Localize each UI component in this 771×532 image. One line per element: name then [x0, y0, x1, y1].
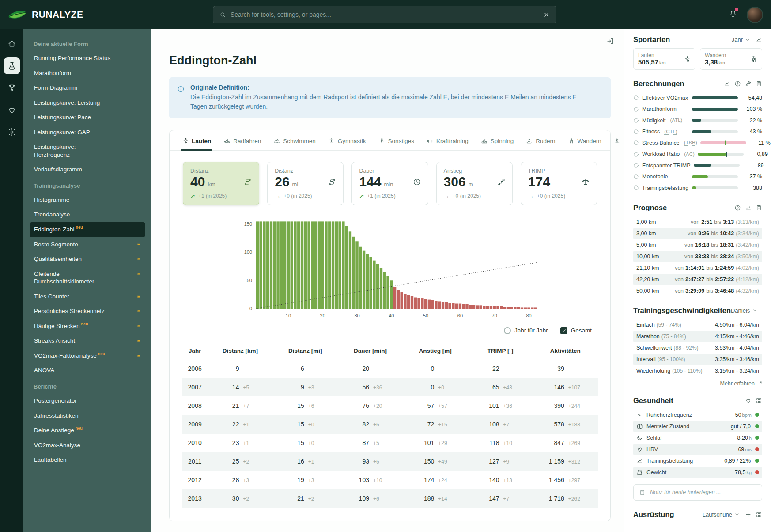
sidebar-item-label: Postergenerator [34, 397, 77, 405]
hike-icon [750, 55, 757, 63]
tab-schwimmen[interactable]: Schwimmen [272, 132, 317, 151]
tab-rudern[interactable]: Rudern [525, 132, 556, 151]
gesamt-option[interactable]: Gesamt [560, 327, 592, 334]
note-input[interactable]: Notiz für heute hinterlegen ... [633, 484, 762, 501]
sidebar-item-qualit-tseinheiten[interactable]: Qualitätseinheiten [30, 252, 145, 267]
hike-icon [568, 138, 574, 144]
cell-value: 65 [479, 384, 499, 391]
tab-radfahren[interactable]: Radfahren [223, 132, 262, 151]
svg-text:20: 20 [320, 313, 325, 318]
mehr-erfahren-link[interactable]: Mehr erfahren [633, 381, 762, 387]
sidebar-item-lauftabellen[interactable]: Lauftabellen [30, 453, 145, 468]
berechnung-bar [692, 175, 738, 178]
tab-laufen[interactable]: Laufen [181, 132, 212, 151]
row-info-icon[interactable] [633, 117, 639, 123]
sidebar-item-pers-nliches-streckennetz[interactable]: Persönliches Streckennetz [30, 304, 145, 319]
row-info-icon[interactable] [633, 174, 639, 180]
sidebar-item-streaks-ansicht[interactable]: Streaks Ansicht [30, 333, 145, 348]
sidebar-item-tiles-counter[interactable]: Tiles Counter [30, 289, 145, 304]
cell-value: 847 [544, 439, 564, 446]
cell-value: 147 [479, 495, 499, 502]
rail-item-heart[interactable] [4, 102, 20, 118]
rail-item-flask[interactable] [4, 57, 20, 74]
cell-value: 127 [479, 458, 499, 465]
rail-item-home[interactable] [4, 35, 20, 52]
help-icon[interactable] [734, 80, 741, 87]
berechnung-value: 11 % [749, 140, 771, 146]
row-info-icon[interactable] [633, 129, 639, 135]
row-info-icon[interactable] [633, 185, 639, 191]
wrench-icon[interactable] [745, 80, 752, 87]
collapse-panel-icon[interactable] [606, 37, 614, 45]
sidebar-item-histogramme[interactable]: Histogramme [30, 192, 145, 208]
row-info-icon[interactable] [633, 151, 639, 157]
sidebar-item-eddington-zahl[interactable]: Eddington-Zahlneu [30, 222, 145, 237]
rail-item-trophy[interactable] [4, 79, 20, 96]
calculator-icon[interactable] [756, 80, 762, 87]
chart-icon[interactable] [724, 80, 730, 87]
sidebar-item-leistungskurve-leistung[interactable]: Leistungskurve: Leistung [30, 95, 145, 110]
row-info-icon[interactable] [633, 95, 639, 101]
von-label: von [684, 253, 693, 260]
prognose-time-from: 2:51 [701, 219, 712, 225]
sidebar-item-leistungskurve-gap[interactable]: Leistungskurve: GAP [30, 125, 145, 140]
sidebar-item-form-diagramm[interactable]: Form-Diagramm [30, 80, 145, 95]
status-dot-red [755, 470, 759, 474]
sidebar-item-running-performance-status[interactable]: Running Performance Status [30, 51, 145, 66]
cell-value: 93 [349, 458, 369, 465]
row-info-icon[interactable] [633, 162, 639, 168]
grid-icon[interactable] [756, 397, 762, 404]
stat-delta-text: +1 (in 2025) [367, 193, 395, 199]
search-input[interactable] [231, 11, 539, 18]
tab-spinning[interactable]: Spinning [480, 132, 515, 151]
sidebar-item-leistungskurve-herzfrequenz[interactable]: Leistungskurve: Herzfrequenz [30, 140, 145, 162]
health-label: Gewicht [646, 469, 666, 475]
health-row-mentaler-zustand: Mentaler Zustandgut / 7,0 [633, 421, 762, 432]
sidebar-item-verlaufsdiagramm[interactable]: Verlaufsdiagramm [30, 162, 145, 177]
sidebar-item-leistungskurve-pace[interactable]: Leistungskurve: Pace [30, 110, 145, 125]
clear-search-icon[interactable] [543, 11, 550, 18]
berechnungen-header: Berechnungen [633, 79, 762, 88]
sidebar-item-postergenerator[interactable]: Postergenerator [30, 393, 145, 408]
data-cell: 101+36 [468, 396, 533, 415]
runalyze-logo[interactable]: RUNALYZE [0, 8, 90, 21]
tab-sonstiges[interactable]: Sonstiges [378, 132, 415, 151]
svg-text:150: 150 [244, 221, 252, 226]
chart-icon[interactable] [745, 204, 752, 211]
row-info-icon[interactable] [633, 106, 639, 112]
sidebar-item-jahresstatistiken[interactable]: Jahresstatistiken [30, 408, 145, 423]
rail-item-gear[interactable] [4, 124, 20, 140]
berechnung-label: Fitness [642, 128, 660, 135]
calculator-icon[interactable] [756, 204, 762, 211]
sidebar-item-label: Streaks Ansicht [34, 337, 75, 345]
cell-delta: +2 [243, 496, 261, 502]
grid-icon[interactable] [756, 511, 762, 518]
sidebar-item-trendanalyse[interactable]: Trendanalyse [30, 207, 145, 222]
sidebar-item-deine-anstiege[interactable]: Deine Anstiegeneu [30, 423, 145, 438]
plus-icon[interactable] [745, 511, 752, 518]
row-info-icon[interactable] [633, 140, 639, 146]
tab-krafttraining[interactable]: Krafttraining [426, 132, 469, 151]
jahr-fuer-jahr-option[interactable]: Jahr für Jahr [504, 327, 548, 334]
cell-delta: +0 [438, 385, 457, 391]
help-icon[interactable] [734, 204, 741, 211]
tab-sup[interactable]: SUP [613, 132, 624, 151]
speeds-preset-dropdown[interactable]: Daniels [731, 307, 757, 314]
heart-icon[interactable] [745, 397, 752, 404]
sidebar-item-anova[interactable]: ANOVA [30, 363, 145, 378]
ausruestung-preset-dropdown[interactable]: Laufschuhe [703, 511, 740, 518]
sidebar-item-marathonform[interactable]: Marathonform [30, 66, 145, 81]
user-avatar[interactable] [747, 7, 763, 23]
tab-wandern[interactable]: Wandern [567, 132, 602, 151]
sidebar-item-beste-segmente[interactable]: Beste Segmente [30, 237, 145, 252]
speed-range: (75 - 84%) [661, 333, 686, 340]
sidebar-item-vo2max-faktoranalyse[interactable]: VO2max-Faktoranalyseneu [30, 348, 145, 363]
sidebar-item-h-ufige-strecken[interactable]: Häufige Streckenneu [30, 319, 145, 334]
berechnung-sub: (TSB) [684, 140, 697, 146]
sidebar-item-gleitende-durchschnittskilometer[interactable]: Gleitende Durchschnittskilometer [30, 267, 145, 289]
tab-gymnastik[interactable]: Gymnastik [327, 132, 367, 151]
chart-icon[interactable] [756, 36, 762, 43]
sportarten-period-dropdown[interactable]: Jahr [732, 36, 750, 43]
notifications-button[interactable] [729, 10, 737, 19]
sidebar-item-vo2max-analyse[interactable]: VO2max-Analyse [30, 438, 145, 453]
